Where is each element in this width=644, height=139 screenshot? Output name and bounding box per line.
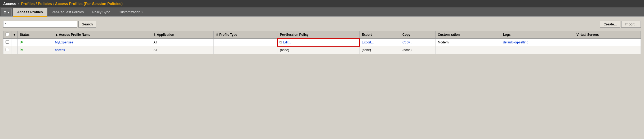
row1-name-cell: MyExpenses [53, 39, 151, 46]
th-profile-type-sort-icon: ⇕ [216, 33, 218, 37]
th-profile-type-label: Profile Type [219, 33, 237, 37]
th-logs: Logs [501, 31, 574, 39]
row1-status-flag: ⚑ [20, 40, 23, 44]
search-left: Search [3, 21, 96, 28]
tab-access-profiles-label: Access Profiles [17, 10, 43, 14]
row1-edit-link[interactable]: Edit... [283, 41, 291, 44]
row2-copy-cell: (none) [400, 46, 436, 54]
table-row: ⚑ access All (none) (none) (non [3, 46, 641, 54]
row2-export-cell: (none) [359, 46, 400, 54]
th-name-label: Access Profile Name [59, 33, 90, 37]
row1-profile-name-link[interactable]: MyExpenses [55, 41, 73, 44]
top-nav-bar: Access » Profiles / Policies : Access Pr… [0, 0, 644, 7]
th-application-sort-icon: ⇕ [153, 33, 156, 37]
row2-profile-type-cell [214, 46, 278, 54]
th-checkbox [3, 31, 11, 39]
row1-dropdown-cell [11, 39, 18, 46]
th-application-label: Application [157, 33, 174, 37]
tab-policy-sync[interactable]: Policy Sync [88, 8, 114, 16]
customization-dropdown-arrow: ▾ [141, 11, 143, 14]
row1-status-cell: ⚑ [18, 39, 53, 46]
th-access-profile-name[interactable]: ▲ Access Profile Name [53, 31, 151, 39]
access-profiles-table: ▾ Status ▲ Access Profile Name ⇕ Applica… [3, 31, 641, 54]
th-logs-label: Logs [503, 33, 511, 37]
search-button[interactable]: Search [78, 21, 96, 28]
row2-profile-name-link[interactable]: access [55, 48, 65, 52]
th-customization-label: Customization [438, 33, 460, 37]
row1-edit-button[interactable]: ⧉ Edit... [279, 40, 358, 44]
tab-policy-sync-label: Policy Sync [92, 10, 110, 14]
row1-copy-cell: Copy... [400, 39, 436, 46]
row1-virtual-servers-cell [574, 39, 641, 46]
row2-virtual-servers-cell [574, 46, 641, 54]
tab-per-request-label: Per-Request Policies [52, 10, 84, 14]
import-button[interactable]: Import... [621, 21, 641, 28]
row2-dropdown-cell [11, 46, 18, 54]
nav-separator: » [18, 2, 20, 6]
tab-customization[interactable]: Customization ▾ [114, 8, 147, 16]
th-status-label: Status [20, 33, 30, 37]
row1-customization-cell: Modern [436, 39, 501, 46]
tab-customization-label: Customization [118, 10, 140, 14]
th-name-sort-icon: ▲ [55, 33, 58, 37]
gear-arrow-icon: ▾ [7, 10, 9, 14]
row2-application-cell: All [151, 46, 214, 54]
tab-bar: ⚙ ▾ Access Profiles Per-Request Policies… [0, 7, 644, 17]
row2-checkbox-cell [3, 46, 11, 54]
row2-checkbox[interactable] [6, 48, 9, 51]
tab-access-profiles[interactable]: Access Profiles [13, 8, 47, 16]
th-row-dropdown: ▾ [11, 31, 18, 39]
edit-page-icon: ⧉ [279, 40, 282, 44]
row2-copy-value: (none) [402, 48, 412, 52]
row1-checkbox-cell [3, 39, 11, 46]
select-all-checkbox[interactable] [6, 33, 9, 36]
th-profile-type[interactable]: ⇕ Profile Type [214, 31, 278, 39]
row1-application-value: All [153, 41, 157, 44]
th-per-session-policy: Per-Session Policy [278, 31, 359, 39]
gear-button[interactable]: ⚙ ▾ [1, 8, 12, 16]
th-export: Export [359, 31, 400, 39]
tab-per-request-policies[interactable]: Per-Request Policies [47, 8, 88, 16]
row2-logs-cell [501, 46, 574, 54]
create-button[interactable]: Create... [600, 21, 620, 28]
row2-per-session-cell: (none) [278, 46, 359, 54]
search-row: Search Create... Import... [3, 21, 641, 28]
row1-checkbox[interactable] [6, 40, 9, 44]
th-customization: Customization [436, 31, 501, 39]
table-header-row: ▾ Status ▲ Access Profile Name ⇕ Applica… [3, 31, 641, 39]
gear-icon: ⚙ [3, 10, 7, 14]
th-copy: Copy [400, 31, 436, 39]
row2-customization-cell [436, 46, 501, 54]
search-input[interactable] [3, 21, 77, 28]
row1-export-link[interactable]: Export... [362, 41, 374, 44]
row1-profile-type-cell [214, 39, 278, 46]
row1-logs-link[interactable]: default-log-setting [503, 41, 528, 44]
nav-access-label: Access [3, 2, 16, 6]
row2-status-flag: ⚑ [20, 48, 23, 52]
row-dropdown-icon: ▾ [14, 33, 15, 37]
row1-logs-cell: default-log-setting [501, 39, 574, 46]
main-content: Search Create... Import... ▾ Status ▲ [0, 17, 644, 58]
row1-customization-value: Modern [438, 41, 449, 44]
th-virtual-servers-label: Virtual Servers [576, 33, 599, 37]
row2-name-cell: access [53, 46, 151, 54]
row1-export-cell: Export... [359, 39, 400, 46]
search-right: Create... Import... [600, 21, 641, 28]
row2-application-value: All [153, 48, 157, 52]
th-status: Status [18, 31, 53, 39]
th-copy-label: Copy [402, 33, 410, 37]
th-export-label: Export [362, 33, 372, 37]
table-row: ⚑ MyExpenses All ⧉ Edit... [3, 39, 641, 46]
row2-status-cell: ⚑ [18, 46, 53, 54]
row2-per-session-value: (none) [280, 48, 289, 52]
row1-copy-link[interactable]: Copy... [402, 41, 412, 44]
nav-path-label: Profiles / Policies : Access Profiles (P… [21, 2, 123, 6]
row1-application-cell: All [151, 39, 214, 46]
th-application[interactable]: ⇕ Application [151, 31, 214, 39]
row1-per-session-cell: ⧉ Edit... [278, 39, 359, 46]
th-virtual-servers: Virtual Servers [574, 31, 641, 39]
th-per-session-label: Per-Session Policy [280, 33, 309, 37]
row2-export-value: (none) [362, 48, 371, 52]
